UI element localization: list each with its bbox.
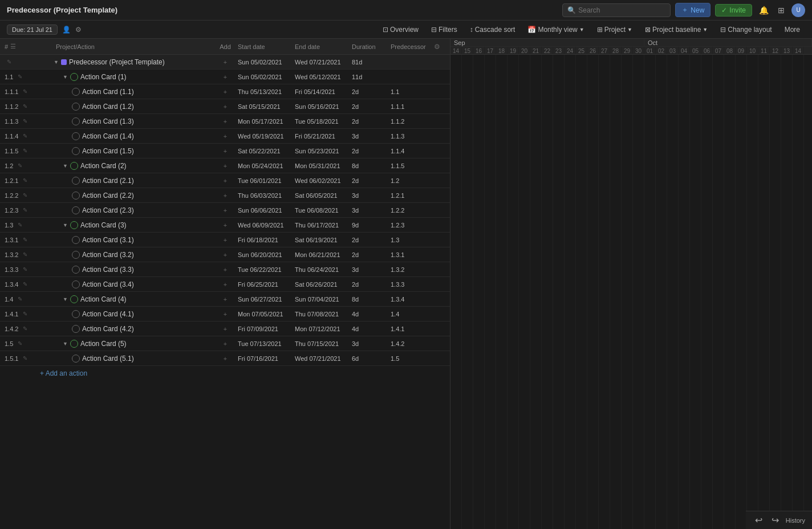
gantt-col: [485, 55, 496, 529]
filter-icon: ⊟: [431, 26, 437, 34]
edit-icon[interactable]: ✎: [18, 222, 22, 228]
row-add[interactable]: +: [215, 59, 236, 66]
col-header-start: Start date: [236, 43, 293, 50]
overview-button[interactable]: ⊡ Overview: [377, 24, 424, 35]
row-num: 1.2.1 ✎: [0, 177, 34, 184]
edit-icon[interactable]: ✎: [23, 118, 27, 124]
row-name: Action Card (3.3): [51, 266, 215, 274]
row-add[interactable]: +: [215, 133, 236, 140]
row-add[interactable]: +: [215, 237, 236, 243]
search-box[interactable]: 🔍: [562, 3, 671, 17]
table-row: 1.2.3 ✎ Action Card (2.3) + Sun 06/06/20…: [0, 203, 450, 218]
overview-icon: ⊡: [383, 26, 388, 34]
edit-icon[interactable]: ✎: [18, 340, 22, 347]
edit-icon[interactable]: ✎: [23, 325, 27, 332]
row-add[interactable]: +: [215, 207, 236, 214]
edit-icon[interactable]: ✎: [23, 133, 27, 139]
add-action-button[interactable]: + Add an action: [0, 366, 450, 377]
monthly-view-button[interactable]: 📅 Monthly view ▼: [522, 24, 589, 35]
row-add[interactable]: +: [215, 103, 236, 110]
gantt-col: [542, 55, 553, 529]
row-add[interactable]: +: [215, 340, 236, 347]
edit-icon[interactable]: ✎: [23, 148, 27, 154]
gantt-day-cell: 05: [690, 47, 701, 55]
gantt-day-cell: 08: [724, 47, 736, 55]
edit-icon[interactable]: ✎: [18, 74, 22, 80]
gantt-day-cell: 09: [736, 47, 747, 55]
window-icon[interactable]: ⊞: [776, 5, 787, 16]
expand-icon[interactable]: ▼: [54, 59, 59, 65]
project-button[interactable]: ⊞ Project ▼: [592, 24, 638, 35]
row-num: 1.4.1 ✎: [0, 311, 34, 318]
more-button[interactable]: More: [779, 24, 805, 35]
edit-icon[interactable]: ✎: [23, 251, 27, 258]
filters-button[interactable]: ⊟ Filters: [426, 24, 462, 35]
expand-icon[interactable]: ▼: [63, 341, 68, 347]
edit-icon[interactable]: ✎: [23, 177, 27, 184]
edit-icon[interactable]: ✎: [23, 237, 27, 243]
table-row: 1.1.4 ✎ Action Card (1.4) + Wed 05/19/20…: [0, 129, 450, 144]
invite-button[interactable]: ✓ Invite: [715, 4, 752, 17]
search-input[interactable]: [578, 6, 665, 14]
col-header-predecessor: Predecessor: [388, 43, 434, 50]
gear-icon[interactable]: ⚙: [434, 43, 440, 51]
row-add[interactable]: +: [215, 148, 236, 154]
row-end: Mon 05/31/2021: [293, 162, 350, 169]
undo-button[interactable]: ↩: [753, 514, 765, 527]
new-button[interactable]: ＋ New: [675, 3, 710, 17]
edit-icon[interactable]: ✎: [23, 311, 27, 317]
avatar[interactable]: U: [791, 3, 805, 17]
row-add[interactable]: +: [215, 118, 236, 125]
expand-icon[interactable]: ▼: [63, 163, 68, 169]
row-start: Fri 07/16/2021: [236, 355, 293, 362]
edit-icon[interactable]: ✎: [23, 266, 27, 272]
redo-button[interactable]: ↪: [769, 514, 781, 527]
table-row: 1.3 ✎ ▼ Action Card (3) + Wed 06/09/2021…: [0, 218, 450, 233]
edit-icon[interactable]: ✎: [23, 103, 27, 109]
row-name: ▼ Action Card (2): [51, 162, 215, 170]
purple-square-icon: [61, 59, 67, 65]
row-add[interactable]: +: [215, 325, 236, 332]
gantt-col: [724, 55, 736, 529]
edit-icon[interactable]: ✎: [18, 162, 22, 169]
edit-icon[interactable]: ✎: [23, 281, 27, 287]
edit-icon[interactable]: ✎: [18, 296, 22, 302]
row-add[interactable]: +: [215, 266, 236, 273]
row-add[interactable]: +: [215, 355, 236, 362]
row-add[interactable]: +: [215, 192, 236, 199]
edit-icon[interactable]: ✎: [7, 59, 11, 65]
row-predecessor: 1.1.2: [388, 118, 434, 125]
project-baseline-button[interactable]: ⊠ Project baseline ▼: [640, 24, 713, 35]
row-add[interactable]: +: [215, 88, 236, 95]
row-add[interactable]: +: [215, 222, 236, 229]
expand-icon[interactable]: ▼: [63, 296, 68, 302]
row-add[interactable]: +: [215, 177, 236, 184]
search-icon: 🔍: [567, 6, 576, 14]
row-start: Mon 05/17/2021: [236, 118, 293, 125]
row-name: Action Card (1.2): [51, 103, 215, 111]
row-end: Sun 05/23/2021: [293, 148, 350, 154]
row-add[interactable]: +: [215, 74, 236, 80]
expand-icon[interactable]: ▼: [63, 74, 68, 80]
table-row: 1.1.3 ✎ Action Card (1.3) + Mon 05/17/20…: [0, 114, 450, 129]
notification-icon[interactable]: 🔔: [757, 5, 771, 16]
cascade-sort-button[interactable]: ↕ Cascade sort: [465, 24, 521, 35]
edit-icon[interactable]: ✎: [23, 355, 27, 361]
edit-icon[interactable]: ✎: [23, 192, 27, 198]
change-layout-button[interactable]: ⊟ Change layout: [715, 24, 777, 35]
gantt-day-cell: 06: [701, 47, 713, 55]
table-row: 1.2.1 ✎ Action Card (2.1) + Tue 06/01/20…: [0, 173, 450, 188]
row-add[interactable]: +: [215, 281, 236, 288]
row-add[interactable]: +: [215, 251, 236, 258]
row-duration: 2d: [350, 177, 388, 184]
row-add[interactable]: +: [215, 311, 236, 318]
task-circle-icon: [72, 355, 80, 363]
row-duration: 3d: [350, 133, 388, 140]
history-label[interactable]: History: [786, 517, 805, 524]
gantt-day-cell: 28: [610, 47, 622, 55]
row-add[interactable]: +: [215, 162, 236, 169]
expand-icon[interactable]: ▼: [63, 222, 68, 228]
edit-icon[interactable]: ✎: [23, 207, 27, 213]
row-add[interactable]: +: [215, 296, 236, 303]
edit-icon[interactable]: ✎: [23, 88, 27, 95]
